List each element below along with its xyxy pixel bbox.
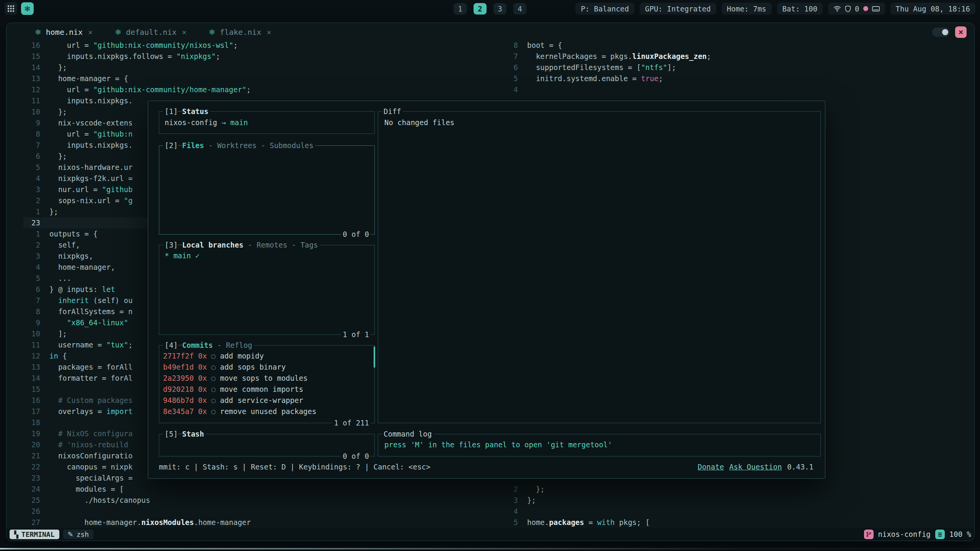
window-close-button[interactable]: × bbox=[955, 26, 967, 38]
code-text: packages = forAll bbox=[49, 362, 132, 373]
line-number: 5 bbox=[23, 162, 40, 173]
code-text: nixos-hardware.ur bbox=[49, 162, 132, 173]
line-number: 15 bbox=[23, 51, 40, 62]
code-text: in { bbox=[49, 350, 67, 362]
code-text: outputs = { bbox=[49, 228, 98, 240]
lazygit-command-log-panel[interactable]: Command log press 'M' in the files panel… bbox=[378, 434, 821, 456]
lazygit-status-panel[interactable]: [1]Status nixos-config → main bbox=[159, 111, 375, 134]
line-number: 4 bbox=[501, 506, 518, 517]
lazygit-files-panel[interactable]: [2]Files - Worktrees - Submodules 0 of 0 bbox=[159, 145, 375, 235]
line-number: 23 bbox=[23, 217, 40, 228]
code-text: home.packages = with pkgs; [ bbox=[527, 517, 650, 528]
lazygit-bottom-bar: mmit: c | Stash: s | Reset: D | Keybindi… bbox=[159, 461, 813, 473]
line-number: 23 bbox=[23, 473, 40, 484]
code-text: overlays = import bbox=[49, 406, 132, 417]
code-text: } @ inputs: let bbox=[49, 284, 115, 295]
lazygit-branches-panel[interactable]: [3]Local branches - Remotes - Tags * mai… bbox=[159, 245, 375, 335]
keybinds-hint: mmit: c | Stash: s | Reset: D | Keybindi… bbox=[159, 461, 430, 473]
editor-line: 4 bbox=[501, 84, 964, 95]
lazygit-stash-panel[interactable]: [5]Stash 0 of 0 bbox=[159, 434, 375, 456]
code-text: }; bbox=[49, 151, 67, 162]
editor-line: 5 initrd.systemd.enable = true; bbox=[501, 73, 964, 84]
code-text: url = "github:n bbox=[49, 129, 132, 140]
code-text: nixpkgs, bbox=[49, 251, 93, 262]
zellij-tab-zsh[interactable]: ✎ zsh bbox=[63, 530, 94, 539]
commit-row[interactable]: 2a23950 0x ○ move sops to modules bbox=[163, 373, 371, 384]
branch-row[interactable]: * main ✓ bbox=[165, 251, 200, 260]
module-home-latency[interactable]: Home: 7ms bbox=[722, 3, 772, 15]
tab-default-nix[interactable]: ❄default.nix× bbox=[115, 28, 186, 37]
commit-row[interactable]: 8e345a7 0x ○ remove unused packages bbox=[163, 406, 371, 417]
nixos-logo-icon[interactable]: ❄ bbox=[21, 2, 34, 15]
code-text: forAllSystems = n bbox=[49, 306, 132, 317]
code-text: }; bbox=[527, 495, 536, 506]
panel-title: Commits bbox=[182, 341, 213, 349]
editor-line: 3}; bbox=[501, 495, 964, 506]
lazygit-commits-panel[interactable]: [4]Commits - Reflog 2717f2f 0x ○ add mop… bbox=[159, 345, 375, 423]
window-toggle[interactable] bbox=[932, 28, 950, 37]
line-number: 10 bbox=[23, 328, 40, 339]
code-text: home-manager, bbox=[49, 262, 115, 273]
code-text: inputs.nixpkgs. bbox=[49, 140, 132, 151]
nix-snowflake-icon: ❄ bbox=[35, 28, 41, 37]
editor-line: 2 }; bbox=[501, 484, 964, 495]
system-tray[interactable]: 0 bbox=[828, 3, 885, 15]
module-battery[interactable]: Bat: 100 bbox=[777, 3, 823, 15]
code-text: home-manager = { bbox=[49, 73, 128, 84]
line-number: 18 bbox=[23, 417, 40, 428]
git-branch-icon bbox=[864, 530, 874, 539]
tab-label: zsh bbox=[77, 530, 89, 538]
line-number: 7 bbox=[23, 140, 40, 151]
shield-icon bbox=[845, 5, 851, 12]
commit-row[interactable]: 9486b7d 0x ○ add service-wrapper bbox=[163, 395, 371, 406]
code-text: inputs.nixpkgs. bbox=[49, 95, 132, 106]
workspace-4[interactable]: 4 bbox=[513, 3, 526, 15]
donate-link[interactable]: Donate bbox=[697, 463, 724, 471]
line-number: 3 bbox=[23, 184, 40, 195]
panel-index: [2] bbox=[165, 141, 178, 150]
clock[interactable]: Thu Aug 08, 18:16 bbox=[890, 3, 975, 15]
editor-line: 14 }; bbox=[23, 62, 494, 73]
line-number: 10 bbox=[23, 106, 40, 117]
line-number: 16 bbox=[23, 40, 40, 51]
tab-close-icon[interactable]: × bbox=[88, 28, 93, 37]
code-text: specialArgs = bbox=[49, 473, 132, 484]
line-number: 12 bbox=[23, 350, 40, 362]
lazygit-diff-panel[interactable]: Diff No changed files bbox=[378, 111, 821, 423]
panel-title: Files bbox=[182, 141, 204, 150]
commit-row[interactable]: d920218 0x ○ move common imports bbox=[163, 384, 371, 395]
workspace-1[interactable]: 1 bbox=[454, 3, 467, 15]
code-text: boot = { bbox=[527, 40, 562, 51]
workspace-2[interactable]: 2 bbox=[474, 3, 487, 15]
line-number: 1 bbox=[23, 206, 40, 217]
branch-name: → main bbox=[222, 118, 248, 127]
code-text: ]; bbox=[49, 328, 67, 339]
editor-line: 8boot = { bbox=[501, 40, 964, 51]
line-number: 7 bbox=[23, 295, 40, 306]
shell-icon: ✎ bbox=[68, 530, 74, 538]
nix-snowflake-icon: ❄ bbox=[115, 28, 121, 37]
editor-line: 6 supportedFilesystems = ["ntfs"]; bbox=[501, 62, 964, 73]
list-icon[interactable]: ≡ bbox=[935, 530, 945, 539]
tab-home-nix[interactable]: ❄home.nix× bbox=[35, 28, 93, 37]
code-text: home-manager.nixosModules.home-manager bbox=[49, 517, 251, 528]
module-gpu[interactable]: GPU: Integrated bbox=[640, 3, 716, 15]
tab-close-icon[interactable]: × bbox=[182, 28, 186, 37]
workspace-switcher: 1234 bbox=[454, 3, 526, 15]
tab-label: home.nix bbox=[46, 28, 83, 37]
zellij-mode-indicator[interactable]: ▚ TERMINAL bbox=[10, 530, 59, 539]
line-number: 17 bbox=[23, 406, 40, 417]
ask-question-link[interactable]: Ask Question bbox=[729, 463, 782, 471]
tab-close-icon[interactable]: × bbox=[267, 28, 271, 37]
tab-flake-nix[interactable]: ❄flake.nix× bbox=[209, 28, 271, 37]
workspace-3[interactable]: 3 bbox=[493, 3, 506, 15]
commit-row[interactable]: 2717f2f 0x ○ add mopidy bbox=[163, 350, 371, 362]
commits-scrollbar[interactable] bbox=[374, 346, 375, 368]
app-launcher-icon[interactable] bbox=[5, 2, 17, 15]
commit-row[interactable]: b49ef1d 0x ○ add sops binary bbox=[163, 362, 371, 373]
code-text: url = "github:nix-community/home-manager… bbox=[49, 84, 251, 95]
module-power-profile[interactable]: P: Balanced bbox=[575, 3, 634, 15]
commit-list: 2717f2f 0x ○ add mopidyb49ef1d 0x ○ add … bbox=[159, 346, 374, 417]
command-log-content: press 'M' in the files panel to open 'gi… bbox=[378, 434, 820, 450]
zellij-status-bar: ▚ TERMINAL ✎ zsh nixos-config ≡ 100 % bbox=[7, 528, 974, 541]
